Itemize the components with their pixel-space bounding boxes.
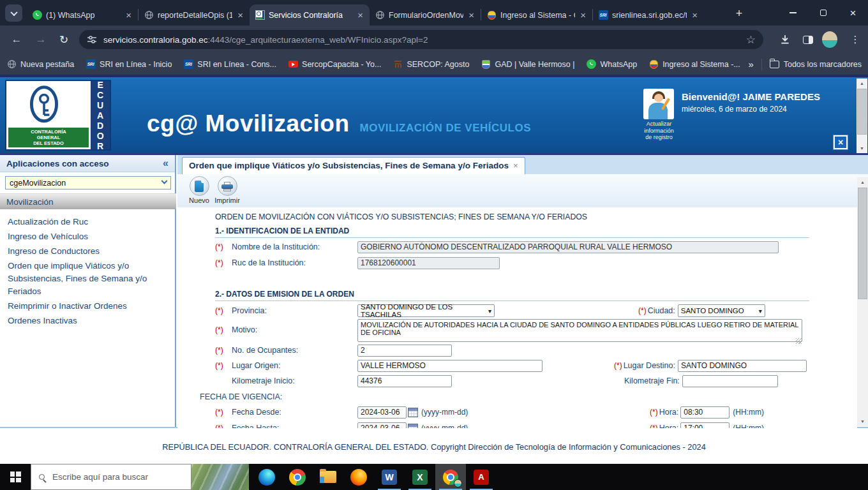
calendar-icon[interactable] bbox=[408, 424, 418, 429]
vigencia-label: FECHA DE VIGENCIA: bbox=[200, 392, 282, 401]
sidebar-item-ordenes-inactivas[interactable]: Ordenes Inactivas bbox=[0, 315, 176, 327]
scrollbar-thumb[interactable] bbox=[857, 89, 867, 135]
browser-menu-button[interactable]: ⋮ bbox=[848, 32, 863, 47]
bookmark-gad-valle-hermoso[interactable]: GAD | Valle Hermoso | bbox=[481, 59, 574, 70]
sidebar-item-ingreso-vehiculos[interactable]: Ingreso de Vehículos bbox=[0, 230, 176, 243]
ruc-institucion-input[interactable] bbox=[357, 257, 500, 269]
window-close-button[interactable]: × bbox=[838, 0, 868, 26]
bookmark-sercopcapacita[interactable]: SercopCapacita - Yo... bbox=[288, 59, 381, 70]
taskbar-search[interactable] bbox=[31, 464, 191, 490]
motivo-textarea[interactable]: MOVILIZACIÓN DE AUTORIDADES HACIA LA CIU… bbox=[357, 319, 802, 342]
field-group-ciudad: (*) Ciudad: SANTO DOMINGO ▾ bbox=[638, 304, 765, 317]
sidebar-collapse-button[interactable]: « bbox=[163, 158, 168, 169]
resize-handle[interactable] bbox=[796, 338, 802, 344]
profile-avatar[interactable] bbox=[822, 32, 837, 47]
gad-crest-icon bbox=[482, 60, 490, 69]
bookmark-sercop[interactable]: m SERCOP: Agosto bbox=[393, 59, 469, 70]
window-restore-button[interactable] bbox=[808, 0, 838, 26]
address-bar[interactable]: servicios.contraloria.gob.ec:4443/cge_ar… bbox=[79, 30, 763, 49]
sidebar-item-ingreso-conductores[interactable]: Ingreso de Conductores bbox=[0, 245, 176, 258]
hora-hasta-input[interactable] bbox=[680, 422, 730, 429]
browser-tab-whatsapp[interactable]: (1) WhatsApp × bbox=[27, 4, 138, 26]
new-tab-button[interactable]: + bbox=[731, 6, 747, 21]
bookmark-sri-inicio[interactable]: SRI SRI en Línea - Inicio bbox=[86, 59, 172, 70]
site-body: Aplicaciones con acceso « cgeMovilizacio… bbox=[0, 155, 868, 428]
kilometraje-fin-input[interactable] bbox=[682, 375, 778, 387]
new-button[interactable]: Nuevo bbox=[185, 176, 213, 207]
side-panel-button[interactable] bbox=[800, 32, 816, 47]
bookmark-nueva-pestana[interactable]: Nueva pestaña bbox=[6, 59, 74, 70]
tab-search-button[interactable] bbox=[5, 4, 22, 22]
forward-button[interactable]: → bbox=[33, 32, 49, 47]
tab-title: Ingreso al Sistema - C bbox=[500, 11, 575, 20]
ecuador-coat-of-arms-favicon bbox=[650, 60, 658, 69]
provincia-select[interactable]: SANTO DOMINGO DE LOS TSACHILAS ▾ bbox=[357, 304, 495, 317]
sidebar-item-orden-viaticos[interactable]: Orden que implique Viáticos y/o Subsiste… bbox=[0, 260, 176, 298]
taskbar-search-input[interactable] bbox=[52, 472, 174, 482]
news-widget-thumbnail[interactable] bbox=[191, 464, 249, 490]
tab-close-icon[interactable]: × bbox=[124, 10, 133, 20]
tab-close-icon[interactable]: × bbox=[236, 10, 244, 20]
field-row-lugar-origen: (*) Lugar Origen: (*) Lugar Destino: bbox=[215, 359, 844, 372]
lugar-destino-input[interactable] bbox=[678, 360, 807, 372]
field-row-fecha-desde: (*) Fecha Desde: (yyyy-mm-dd) (*) Hora: … bbox=[215, 406, 844, 419]
ocupantes-input[interactable] bbox=[357, 345, 452, 357]
browser-tab-servicios-contraloria-active[interactable]: Servicios Contraloría × bbox=[250, 4, 370, 26]
scroll-down-arrow[interactable]: ▼ bbox=[857, 417, 868, 426]
content-scrollbar[interactable]: ▲ ▼ bbox=[857, 177, 868, 426]
back-button[interactable]: ← bbox=[9, 32, 24, 47]
tab-close-icon[interactable]: × bbox=[691, 10, 699, 20]
browser-tab-sri[interactable]: SRI srienlinea.sri.gob.ec/t × bbox=[593, 4, 704, 26]
bookmark-star-icon[interactable]: ☆ bbox=[746, 33, 756, 47]
taskbar-edge[interactable] bbox=[251, 464, 282, 490]
scroll-up-arrow[interactable]: ▲ bbox=[857, 78, 867, 88]
bookmark-sri-consultas[interactable]: SRI SRI en Línea - Cons... bbox=[183, 59, 276, 70]
taskbar-excel[interactable]: X bbox=[405, 464, 435, 490]
all-bookmarks-button[interactable]: Todos los marcadores bbox=[770, 59, 862, 70]
browser-tab-ingreso-sistema[interactable]: Ingreso al Sistema - C × bbox=[481, 4, 592, 26]
bookmarks-overflow-button[interactable]: » bbox=[748, 59, 753, 70]
window-minimize-button[interactable] bbox=[778, 0, 808, 26]
scroll-down-arrow[interactable]: ▼ bbox=[857, 144, 867, 153]
taskbar-firefox[interactable] bbox=[343, 464, 374, 490]
nombre-institucion-input[interactable] bbox=[357, 241, 779, 253]
taskbar-chrome-active[interactable] bbox=[435, 464, 466, 490]
content-tab-orden[interactable]: Orden que implique Viáticos y/o Subsiste… bbox=[182, 157, 525, 175]
scrollbar-thumb[interactable] bbox=[858, 188, 867, 299]
taskbar-acrobat[interactable]: A bbox=[466, 464, 497, 490]
header-scrollbar[interactable]: ▲ ▼ bbox=[857, 78, 867, 153]
content-tab-close-icon[interactable]: × bbox=[513, 161, 518, 170]
application-select[interactable]: cgeMovilizacion bbox=[5, 176, 171, 189]
fecha-hasta-input[interactable] bbox=[357, 422, 407, 429]
taskbar-chrome[interactable] bbox=[282, 464, 313, 490]
tab-close-icon[interactable]: × bbox=[356, 10, 364, 20]
order-form: ORDEN DE MOVILIZACIÓN CON VIÁTICOS Y/O S… bbox=[177, 207, 857, 428]
header-close-button[interactable]: × bbox=[834, 135, 848, 149]
tab-close-icon[interactable]: × bbox=[467, 10, 475, 20]
welcome-text: Bienvenid@! JAIME PAREDES bbox=[682, 91, 820, 102]
sidebar-item-actualizacion-ruc[interactable]: Actualización de Ruc bbox=[0, 216, 176, 228]
bookmark-whatsapp[interactable]: WhatsApp bbox=[586, 59, 637, 70]
reload-button[interactable]: ↻ bbox=[56, 32, 71, 47]
app-header: CONTRALORÍA GENERAL DEL ESTADO ECUADOR c… bbox=[0, 75, 868, 153]
browser-tab-formulario[interactable]: FormularioOrdenMov × bbox=[370, 4, 481, 26]
lugar-origen-input[interactable] bbox=[357, 360, 542, 372]
hora-desde-input[interactable] bbox=[680, 406, 730, 419]
downloads-button[interactable] bbox=[777, 32, 793, 47]
field-group-lugar-destino: (*) Lugar Destino: bbox=[614, 359, 807, 372]
taskbar-file-explorer[interactable] bbox=[313, 464, 343, 490]
bookmark-ingreso-sistema[interactable]: Ingreso al Sistema -... bbox=[648, 59, 740, 70]
kilometraje-inicio-input[interactable] bbox=[357, 375, 452, 387]
print-button[interactable]: Imprimir bbox=[213, 176, 241, 207]
scroll-up-arrow[interactable]: ▲ bbox=[857, 177, 868, 187]
update-registration-avatar[interactable] bbox=[643, 89, 674, 119]
url-text: servicios.contraloria.gob.ec:4443/cge_ar… bbox=[103, 35, 746, 45]
taskbar-word[interactable]: W bbox=[374, 464, 405, 490]
start-button[interactable] bbox=[0, 464, 31, 490]
sidebar-item-reimprimir-inactivar[interactable]: Reimprimir o Inactivar Ordenes bbox=[0, 300, 176, 313]
tab-close-icon[interactable]: × bbox=[579, 10, 587, 20]
ciudad-select[interactable]: SANTO DOMINGO ▾ bbox=[678, 304, 765, 317]
calendar-icon[interactable] bbox=[408, 408, 418, 417]
browser-tab-reporte[interactable]: reporteDetalleOpis (1 × bbox=[138, 4, 250, 26]
fecha-desde-input[interactable] bbox=[357, 406, 407, 419]
